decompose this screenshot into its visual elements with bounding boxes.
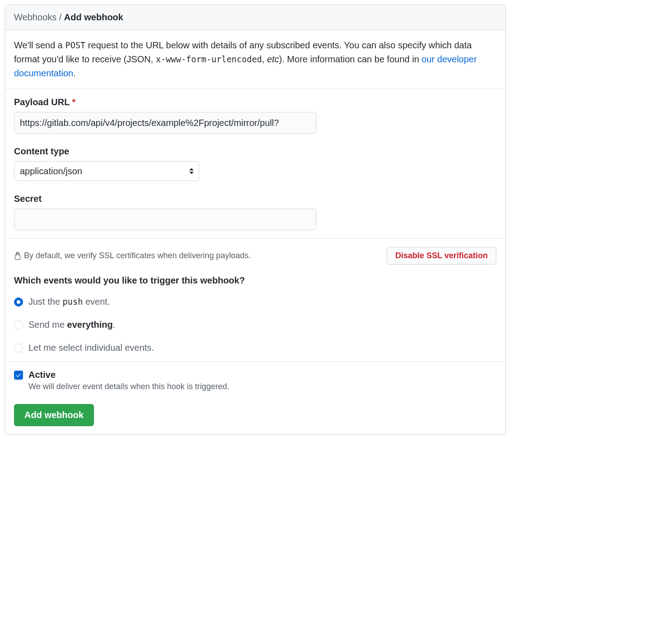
content-type-label: Content type bbox=[14, 146, 496, 157]
radio-circle-icon[interactable] bbox=[14, 297, 23, 307]
radio-label[interactable]: Let me select individual events. bbox=[28, 343, 154, 353]
secret-group: Secret bbox=[14, 194, 496, 230]
checkbox-icon[interactable] bbox=[14, 371, 23, 380]
ssl-row: By default, we verify SSL certificates w… bbox=[14, 247, 496, 265]
footer-section: Active We will deliver event details whe… bbox=[5, 361, 505, 434]
lock-icon bbox=[14, 252, 21, 260]
radio-option-individual[interactable]: Let me select individual events. bbox=[14, 343, 496, 353]
active-desc: We will deliver event details when this … bbox=[28, 382, 229, 391]
radio-circle-icon[interactable] bbox=[14, 344, 23, 353]
post-code: POST bbox=[65, 41, 86, 50]
radio-circle-icon[interactable] bbox=[14, 321, 23, 330]
breadcrumb-current: Add webhook bbox=[64, 12, 123, 22]
secret-label: Secret bbox=[14, 194, 496, 204]
intro-section: We'll send a POST request to the URL bel… bbox=[5, 30, 505, 88]
panel-header: Webhooks / Add webhook bbox=[5, 5, 505, 30]
radio-option-everything[interactable]: Send me everything. bbox=[14, 320, 496, 330]
webhook-panel: Webhooks / Add webhook We'll send a POST… bbox=[5, 5, 506, 435]
breadcrumb-sep: / bbox=[59, 12, 62, 22]
disable-ssl-button[interactable]: Disable SSL verification bbox=[387, 247, 496, 265]
secret-input[interactable] bbox=[14, 209, 317, 230]
radio-option-push[interactable]: Just the push event. bbox=[14, 297, 496, 307]
required-star: * bbox=[72, 97, 76, 107]
add-webhook-button[interactable]: Add webhook bbox=[14, 404, 94, 426]
payload-url-input[interactable] bbox=[14, 112, 317, 134]
radio-label[interactable]: Just the push event. bbox=[28, 297, 110, 307]
active-checkbox-row[interactable]: Active We will deliver event details whe… bbox=[14, 370, 496, 391]
content-type-group: Content type application/json bbox=[14, 146, 496, 181]
ssl-message: By default, we verify SSL certificates w… bbox=[14, 251, 251, 260]
check-icon bbox=[15, 372, 22, 378]
events-heading: Which events would you like to trigger t… bbox=[14, 275, 496, 286]
form-section: Payload URL * Content type application/j… bbox=[5, 88, 505, 238]
active-title: Active bbox=[28, 370, 229, 380]
content-type-select[interactable]: application/json bbox=[14, 161, 199, 181]
radio-label[interactable]: Send me everything. bbox=[28, 320, 115, 330]
urlencoded-code: x-www-form-urlencoded bbox=[156, 55, 262, 64]
intro-text: We'll send a POST request to the URL bel… bbox=[14, 38, 496, 80]
payload-url-label: Payload URL * bbox=[14, 97, 496, 107]
breadcrumb-root[interactable]: Webhooks bbox=[14, 12, 56, 22]
payload-url-group: Payload URL * bbox=[14, 97, 496, 134]
ssl-and-events-section: By default, we verify SSL certificates w… bbox=[5, 238, 505, 361]
